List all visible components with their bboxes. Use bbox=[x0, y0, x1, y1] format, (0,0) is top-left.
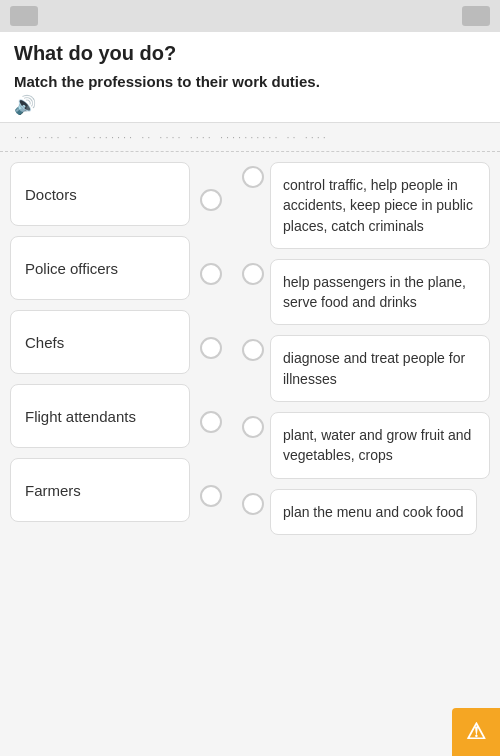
matching-area: Doctors Police officers Chefs Flight att… bbox=[0, 152, 500, 545]
duty-card-5: plan the menu and cook food bbox=[270, 489, 477, 535]
radio-duty-4[interactable] bbox=[242, 416, 264, 438]
left-radios-column bbox=[200, 162, 232, 528]
duty-row-4: plant, water and grow fruit and vegetabl… bbox=[242, 412, 490, 479]
radio-duty-5[interactable] bbox=[242, 493, 264, 515]
duty-text-1: control traffic, help people in accident… bbox=[283, 177, 473, 234]
header: What do you do? Match the professions to… bbox=[0, 32, 500, 123]
duty-card-1: control traffic, help people in accident… bbox=[270, 162, 490, 249]
page-title: What do you do? bbox=[14, 42, 486, 65]
radio-duty-2[interactable] bbox=[242, 263, 264, 285]
duty-text-3: diagnose and treat people for illnesses bbox=[283, 350, 465, 386]
professions-column: Doctors Police officers Chefs Flight att… bbox=[10, 162, 190, 522]
audio-button[interactable]: 🔊 bbox=[14, 94, 486, 116]
instruction-text: Match the professions to their work duti… bbox=[14, 73, 486, 90]
radio-spacer-flight bbox=[200, 390, 232, 454]
radio-duty-3[interactable] bbox=[242, 339, 264, 361]
duty-row-5: plan the menu and cook food bbox=[242, 489, 490, 535]
radio-flight[interactable] bbox=[200, 411, 222, 433]
duty-card-4: plant, water and grow fruit and vegetabl… bbox=[270, 412, 490, 479]
divider: ··· ···· ·· ········ ·· ···· ···· ······… bbox=[0, 123, 500, 152]
profession-card-police: Police officers bbox=[10, 236, 190, 300]
duty-row-3: diagnose and treat people for illnesses bbox=[242, 335, 490, 402]
back-button[interactable] bbox=[10, 6, 38, 26]
profession-card-farmers: Farmers bbox=[10, 458, 190, 522]
profession-label-flight: Flight attendants bbox=[25, 408, 136, 425]
profession-label-chefs: Chefs bbox=[25, 334, 64, 351]
radio-farmers[interactable] bbox=[200, 485, 222, 507]
duty-card-3: diagnose and treat people for illnesses bbox=[270, 335, 490, 402]
profession-card-doctors: Doctors bbox=[10, 162, 190, 226]
radio-spacer-chefs bbox=[200, 316, 232, 380]
radio-doctors[interactable] bbox=[200, 189, 222, 211]
radio-spacer-police bbox=[200, 242, 232, 306]
profession-card-flight: Flight attendants bbox=[10, 384, 190, 448]
warning-icon[interactable]: ⚠ bbox=[452, 708, 500, 756]
radio-spacer-farmers bbox=[200, 464, 232, 528]
profession-card-chefs: Chefs bbox=[10, 310, 190, 374]
forward-button[interactable] bbox=[462, 6, 490, 26]
radio-duty-1[interactable] bbox=[242, 166, 264, 188]
radio-chefs[interactable] bbox=[200, 337, 222, 359]
duties-column: control traffic, help people in accident… bbox=[242, 162, 490, 535]
radio-police[interactable] bbox=[200, 263, 222, 285]
profession-label-police: Police officers bbox=[25, 260, 118, 277]
profession-label-farmers: Farmers bbox=[25, 482, 81, 499]
profession-label-doctors: Doctors bbox=[25, 186, 77, 203]
duty-card-2: help passengers in the plane, serve food… bbox=[270, 259, 490, 326]
duty-text-4: plant, water and grow fruit and vegetabl… bbox=[283, 427, 471, 463]
duty-row-2: help passengers in the plane, serve food… bbox=[242, 259, 490, 326]
duty-text-2: help passengers in the plane, serve food… bbox=[283, 274, 466, 310]
matching-container: Doctors Police officers Chefs Flight att… bbox=[10, 162, 490, 535]
radio-spacer-doctors bbox=[200, 168, 232, 232]
duty-text-5: plan the menu and cook food bbox=[283, 504, 464, 520]
top-bar bbox=[0, 0, 500, 32]
duty-row-1: control traffic, help people in accident… bbox=[242, 162, 490, 249]
